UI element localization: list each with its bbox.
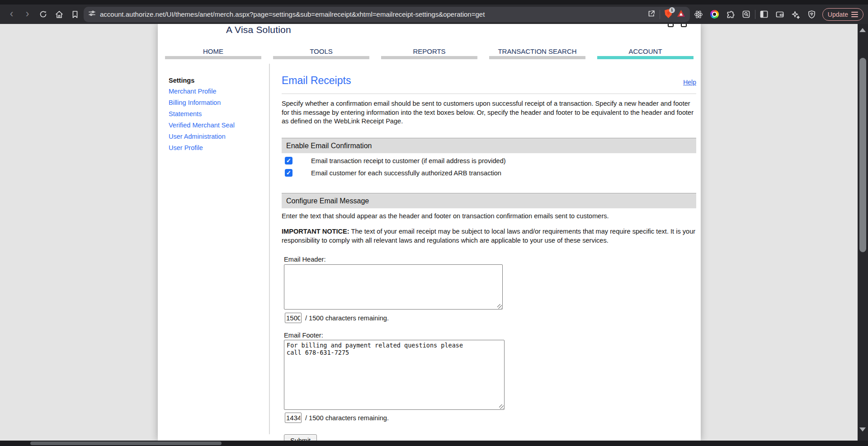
email-footer-counter: / 1500 characters remaining. — [285, 413, 389, 423]
leo-ai-sparkles-icon[interactable] — [789, 7, 803, 21]
tab-underline — [381, 56, 477, 59]
site-settings-icon[interactable] — [88, 9, 96, 19]
arb-transaction-checkbox[interactable]: ✓ — [285, 169, 292, 177]
sidebar-item-user-administration[interactable]: User Administration — [169, 133, 235, 140]
menu-icon — [851, 10, 858, 19]
wallet-icon[interactable] — [773, 7, 787, 21]
vpn-shield-icon[interactable] — [805, 7, 819, 21]
react-devtools-icon[interactable] — [692, 7, 706, 21]
brave-shields-icon[interactable]: 1 — [664, 9, 673, 20]
scroll-up-icon[interactable] — [859, 28, 866, 32]
tab-underline-active — [597, 56, 693, 59]
sidebar-item-statements[interactable]: Statements — [169, 111, 235, 117]
shields-badge: 1 — [669, 7, 675, 13]
checkbox-row-arb-transaction: ✓ Email customer for each successfully a… — [285, 169, 501, 177]
email-header-textarea[interactable] — [284, 264, 503, 310]
horizontal-scrollbar[interactable] — [0, 441, 868, 446]
url-text[interactable]: account.authorize.net/UI/themes/anet/mer… — [100, 10, 643, 18]
scroll-down-icon[interactable] — [859, 427, 866, 432]
share-icon[interactable] — [647, 9, 656, 19]
sidebar-toggle-icon[interactable] — [757, 7, 771, 21]
home-icon[interactable] — [52, 7, 66, 21]
horizontal-scroll-thumb[interactable] — [30, 441, 222, 445]
back-icon[interactable]: ‹ — [5, 7, 19, 21]
resize-grip-icon[interactable] — [497, 304, 502, 309]
browser-chrome: ‹ › account.authorize.net/UI/themes/anet… — [0, 0, 868, 24]
cut-off-header-icons — [668, 24, 687, 27]
tab-underline — [165, 56, 261, 59]
important-notice-label: IMPORTANT NOTICE: — [282, 228, 349, 235]
main-nav-tabs: HOME TOOLS REPORTS TRANSACTION SEARCH AC… — [165, 47, 693, 59]
intro-text: Specify whether a confirmation email sho… — [282, 99, 696, 126]
sidebar-heading: Settings — [169, 77, 194, 84]
configure-description: Enter the text that should appear as the… — [282, 212, 696, 220]
checkbox-label: Email transaction receipt to customer (i… — [311, 157, 506, 164]
counter-suffix: / 1500 characters remaining. — [305, 414, 389, 422]
counter-suffix: / 1500 characters remaining. — [305, 315, 389, 322]
page-title: Email Receipts — [282, 75, 351, 87]
email-footer-label: Email Footer: — [284, 332, 323, 339]
email-header-counter: / 1500 characters remaining. — [285, 313, 389, 323]
divider — [755, 10, 755, 19]
tab-underline — [489, 56, 585, 59]
brand-tagline: A Visa Solution — [226, 24, 291, 35]
sidebar-divider — [269, 64, 270, 434]
tab-reports[interactable]: REPORTS — [381, 47, 477, 59]
email-footer-field-wrap — [284, 340, 505, 410]
email-header-label: Email Header: — [284, 256, 326, 263]
extension-rainbow-icon[interactable] — [708, 7, 722, 21]
bookmark-icon[interactable] — [68, 7, 82, 21]
email-header-field-wrap — [284, 264, 503, 310]
sidebar-item-user-profile[interactable]: User Profile — [169, 145, 235, 151]
window-title-strip — [0, 0, 868, 5]
update-button[interactable]: Update — [822, 8, 863, 21]
reload-icon[interactable] — [36, 7, 50, 21]
tab-underline — [273, 56, 369, 59]
sidebar-item-verified-merchant-seal[interactable]: Verified Merchant Seal — [169, 122, 235, 129]
transaction-receipt-checkbox[interactable]: ✓ — [285, 157, 292, 164]
forward-icon[interactable]: › — [20, 7, 34, 21]
settings-sidebar: Merchant Profile Billing Information Sta… — [169, 88, 235, 156]
merchant-page: A Visa Solution HOME TOOLS REPORTS TRANS… — [158, 24, 701, 441]
sidebar-item-merchant-profile[interactable]: Merchant Profile — [169, 88, 235, 95]
configure-email-message-header: Configure Email Message — [282, 193, 696, 208]
tab-tools[interactable]: TOOLS — [273, 47, 369, 59]
search-tab-icon[interactable] — [739, 7, 753, 21]
checkbox-label: Email customer for each successfully aut… — [311, 169, 501, 177]
divider — [660, 10, 660, 19]
email-header-counter-input[interactable] — [285, 313, 302, 323]
extensions-puzzle-icon[interactable] — [723, 7, 737, 21]
important-notice: IMPORTANT NOTICE: The text of your email… — [282, 227, 696, 245]
title-divider — [282, 94, 696, 94]
resize-grip-icon[interactable] — [499, 404, 504, 409]
vertical-scrollbar[interactable] — [858, 24, 868, 441]
checkbox-row-transaction-receipt: ✓ Email transaction receipt to customer … — [285, 157, 506, 164]
tab-home[interactable]: HOME — [165, 47, 261, 59]
tab-account[interactable]: ACCOUNT — [597, 47, 693, 59]
sidebar-item-billing-information[interactable]: Billing Information — [169, 99, 235, 106]
email-footer-textarea[interactable] — [284, 340, 505, 410]
vertical-scroll-thumb[interactable] — [859, 58, 866, 252]
enable-email-confirmation-header: Enable Email Confirmation — [282, 138, 696, 153]
address-bar[interactable]: account.authorize.net/UI/themes/anet/mer… — [84, 7, 690, 22]
tab-transaction-search[interactable]: TRANSACTION SEARCH — [489, 47, 585, 59]
help-link[interactable]: Help — [683, 79, 696, 86]
email-footer-counter-input[interactable] — [285, 413, 302, 423]
update-label: Update — [828, 11, 848, 18]
browser-toolbar: ‹ › account.authorize.net/UI/themes/anet… — [0, 5, 868, 24]
brave-rewards-icon[interactable] — [677, 9, 685, 19]
